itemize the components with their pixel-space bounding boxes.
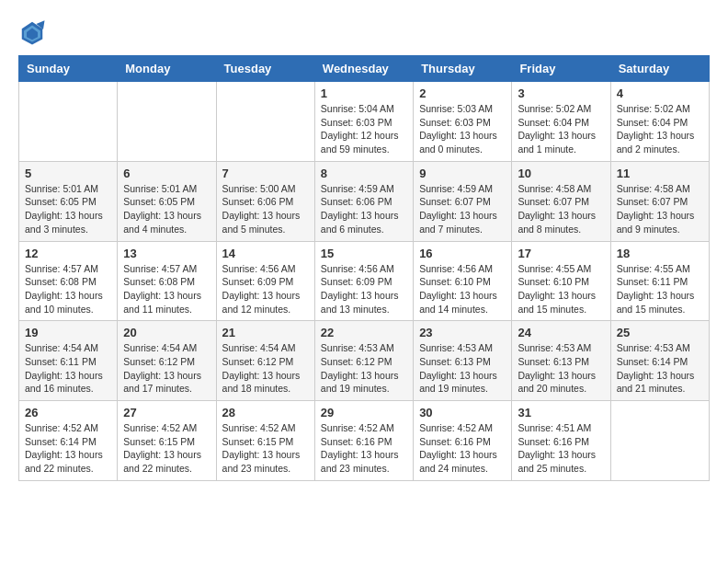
day-info: Sunrise: 4:57 AMSunset: 6:08 PMDaylight:… [123, 262, 210, 316]
day-info: Sunrise: 4:51 AMSunset: 6:16 PMDaylight:… [518, 421, 604, 476]
day-info: Sunrise: 5:01 AMSunset: 6:05 PMDaylight:… [123, 182, 210, 236]
day-info: Sunrise: 4:52 AMSunset: 6:16 PMDaylight:… [419, 421, 506, 476]
logo-icon [18, 18, 46, 46]
calendar-table: SundayMondayTuesdayWednesdayThursdayFrid… [18, 55, 710, 481]
day-info: Sunrise: 4:56 AMSunset: 6:09 PMDaylight:… [222, 262, 309, 316]
header-monday: Monday [118, 56, 216, 82]
day-info: Sunrise: 4:53 AMSunset: 6:13 PMDaylight:… [419, 341, 506, 396]
calendar-cell: 16Sunrise: 4:56 AMSunset: 6:10 PMDayligh… [414, 241, 512, 321]
header-sunday: Sunday [19, 56, 118, 82]
day-number: 26 [25, 406, 111, 419]
calendar-cell [19, 82, 118, 162]
day-info: Sunrise: 4:54 AMSunset: 6:11 PMDaylight:… [25, 341, 111, 396]
day-number: 8 [321, 167, 407, 180]
calendar-cell [216, 82, 314, 162]
day-info: Sunrise: 4:54 AMSunset: 6:12 PMDaylight:… [123, 341, 210, 396]
calendar-week-row: 1Sunrise: 5:04 AMSunset: 6:03 PMDaylight… [19, 82, 710, 162]
header-friday: Friday [512, 56, 610, 82]
day-info: Sunrise: 5:04 AMSunset: 6:03 PMDaylight:… [321, 102, 407, 156]
day-info: Sunrise: 4:55 AMSunset: 6:10 PMDaylight:… [518, 262, 604, 316]
day-number: 16 [419, 247, 506, 260]
day-number: 24 [518, 326, 604, 339]
day-info: Sunrise: 5:00 AMSunset: 6:06 PMDaylight:… [222, 182, 309, 236]
calendar-cell: 24Sunrise: 4:53 AMSunset: 6:13 PMDayligh… [512, 321, 610, 401]
calendar-cell: 27Sunrise: 4:52 AMSunset: 6:15 PMDayligh… [118, 401, 216, 481]
calendar-cell: 1Sunrise: 5:04 AMSunset: 6:03 PMDaylight… [314, 82, 413, 162]
day-number: 6 [123, 167, 210, 180]
day-number: 11 [617, 167, 703, 180]
calendar-cell: 26Sunrise: 4:52 AMSunset: 6:14 PMDayligh… [19, 401, 118, 481]
calendar-cell: 20Sunrise: 4:54 AMSunset: 6:12 PMDayligh… [118, 321, 216, 401]
day-number: 3 [518, 86, 604, 100]
calendar-cell: 11Sunrise: 4:58 AMSunset: 6:07 PMDayligh… [610, 161, 709, 241]
day-number: 7 [222, 167, 309, 180]
calendar-cell: 28Sunrise: 4:52 AMSunset: 6:15 PMDayligh… [216, 401, 314, 481]
calendar-cell: 22Sunrise: 4:53 AMSunset: 6:12 PMDayligh… [314, 321, 413, 401]
day-number: 15 [321, 247, 407, 260]
day-number: 29 [321, 406, 407, 419]
calendar-cell: 4Sunrise: 5:02 AMSunset: 6:04 PMDaylight… [610, 82, 709, 162]
calendar-cell: 25Sunrise: 4:53 AMSunset: 6:14 PMDayligh… [610, 321, 709, 401]
day-number: 2 [419, 86, 506, 100]
day-number: 31 [518, 406, 604, 419]
day-info: Sunrise: 4:53 AMSunset: 6:12 PMDaylight:… [321, 341, 407, 396]
calendar-cell: 12Sunrise: 4:57 AMSunset: 6:08 PMDayligh… [19, 241, 118, 321]
day-number: 14 [222, 247, 309, 260]
day-info: Sunrise: 5:03 AMSunset: 6:03 PMDaylight:… [419, 102, 506, 156]
calendar-week-row: 19Sunrise: 4:54 AMSunset: 6:11 PMDayligh… [19, 321, 710, 401]
day-info: Sunrise: 5:01 AMSunset: 6:05 PMDaylight:… [25, 182, 111, 236]
day-info: Sunrise: 4:53 AMSunset: 6:13 PMDaylight:… [518, 341, 604, 396]
calendar-cell: 6Sunrise: 5:01 AMSunset: 6:05 PMDaylight… [118, 161, 216, 241]
day-info: Sunrise: 4:56 AMSunset: 6:10 PMDaylight:… [419, 262, 506, 316]
calendar-week-row: 12Sunrise: 4:57 AMSunset: 6:08 PMDayligh… [19, 241, 710, 321]
calendar-cell [118, 82, 216, 162]
calendar-cell: 31Sunrise: 4:51 AMSunset: 6:16 PMDayligh… [512, 401, 610, 481]
day-number: 21 [222, 326, 309, 339]
day-info: Sunrise: 4:59 AMSunset: 6:06 PMDaylight:… [321, 182, 407, 236]
header-tuesday: Tuesday [216, 56, 314, 82]
day-info: Sunrise: 4:55 AMSunset: 6:11 PMDaylight:… [617, 262, 703, 316]
calendar-cell: 19Sunrise: 4:54 AMSunset: 6:11 PMDayligh… [19, 321, 118, 401]
day-info: Sunrise: 5:02 AMSunset: 6:04 PMDaylight:… [518, 102, 604, 156]
day-info: Sunrise: 4:58 AMSunset: 6:07 PMDaylight:… [518, 182, 604, 236]
day-info: Sunrise: 4:53 AMSunset: 6:14 PMDaylight:… [617, 341, 703, 396]
calendar-cell: 18Sunrise: 4:55 AMSunset: 6:11 PMDayligh… [610, 241, 709, 321]
calendar-cell: 15Sunrise: 4:56 AMSunset: 6:09 PMDayligh… [314, 241, 413, 321]
calendar-cell: 13Sunrise: 4:57 AMSunset: 6:08 PMDayligh… [118, 241, 216, 321]
day-number: 27 [123, 406, 210, 419]
calendar-cell [610, 401, 709, 481]
day-number: 20 [123, 326, 210, 339]
calendar-cell: 3Sunrise: 5:02 AMSunset: 6:04 PMDaylight… [512, 82, 610, 162]
calendar-week-row: 26Sunrise: 4:52 AMSunset: 6:14 PMDayligh… [19, 401, 710, 481]
day-number: 12 [25, 247, 111, 260]
calendar-cell: 2Sunrise: 5:03 AMSunset: 6:03 PMDaylight… [414, 82, 512, 162]
page-header [18, 18, 710, 46]
calendar-cell: 30Sunrise: 4:52 AMSunset: 6:16 PMDayligh… [414, 401, 512, 481]
calendar-cell: 10Sunrise: 4:58 AMSunset: 6:07 PMDayligh… [512, 161, 610, 241]
header-saturday: Saturday [610, 56, 709, 82]
calendar-cell: 8Sunrise: 4:59 AMSunset: 6:06 PMDaylight… [314, 161, 413, 241]
day-number: 9 [419, 167, 506, 180]
day-number: 30 [419, 406, 506, 419]
day-info: Sunrise: 4:52 AMSunset: 6:14 PMDaylight:… [25, 421, 111, 476]
day-number: 1 [321, 86, 407, 100]
day-number: 18 [617, 247, 703, 260]
calendar-cell: 21Sunrise: 4:54 AMSunset: 6:12 PMDayligh… [216, 321, 314, 401]
calendar-cell: 9Sunrise: 4:59 AMSunset: 6:07 PMDaylight… [414, 161, 512, 241]
calendar-cell: 17Sunrise: 4:55 AMSunset: 6:10 PMDayligh… [512, 241, 610, 321]
header-wednesday: Wednesday [314, 56, 413, 82]
day-number: 28 [222, 406, 309, 419]
day-info: Sunrise: 5:02 AMSunset: 6:04 PMDaylight:… [617, 102, 703, 156]
day-number: 5 [25, 167, 111, 180]
header-thursday: Thursday [414, 56, 512, 82]
calendar-cell: 29Sunrise: 4:52 AMSunset: 6:16 PMDayligh… [314, 401, 413, 481]
day-info: Sunrise: 4:56 AMSunset: 6:09 PMDaylight:… [321, 262, 407, 316]
calendar-header-row: SundayMondayTuesdayWednesdayThursdayFrid… [19, 56, 710, 82]
calendar-cell: 14Sunrise: 4:56 AMSunset: 6:09 PMDayligh… [216, 241, 314, 321]
calendar-week-row: 5Sunrise: 5:01 AMSunset: 6:05 PMDaylight… [19, 161, 710, 241]
calendar-cell: 5Sunrise: 5:01 AMSunset: 6:05 PMDaylight… [19, 161, 118, 241]
calendar-cell: 7Sunrise: 5:00 AMSunset: 6:06 PMDaylight… [216, 161, 314, 241]
day-number: 25 [617, 326, 703, 339]
day-number: 19 [25, 326, 111, 339]
day-info: Sunrise: 4:52 AMSunset: 6:16 PMDaylight:… [321, 421, 407, 476]
